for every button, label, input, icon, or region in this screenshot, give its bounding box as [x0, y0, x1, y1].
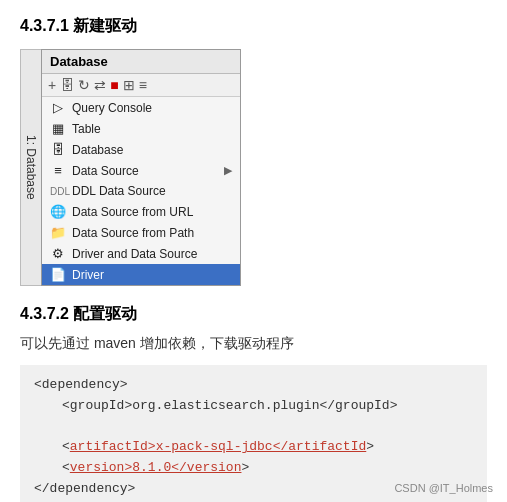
menu-item-label: Query Console	[72, 101, 152, 115]
menu-container: 1: Database Database 🗄 ▷ Query Console ▦…	[20, 49, 487, 286]
path-icon: 📁	[50, 225, 66, 240]
menu-item-data-source[interactable]: ≡ Data Source ▶	[42, 160, 240, 181]
menu-header: Database	[42, 50, 240, 74]
url-icon: 🌐	[50, 204, 66, 219]
stop-icon[interactable]	[110, 77, 118, 93]
menu-item-driver[interactable]: 📄 Driver	[42, 264, 240, 285]
code-line-1: <dependency>	[34, 375, 473, 396]
list-icon[interactable]	[139, 77, 147, 93]
code-line-2: <groupId>org.elasticsearch.plugin</group…	[34, 396, 473, 417]
code-line-3	[34, 417, 473, 438]
menu-item-table[interactable]: ▦ Table	[42, 118, 240, 139]
code-line-5: <version>8.1.0</version>	[34, 458, 473, 479]
description-text: 可以先通过 maven 增加依赖，下载驱动程序	[20, 335, 487, 353]
table-icon: ▦	[50, 121, 66, 136]
menu-item-data-source-path[interactable]: 📁 Data Source from Path	[42, 222, 240, 243]
submenu-arrow: ▶	[224, 164, 232, 177]
data-source-icon: ≡	[50, 163, 66, 178]
menu-panel: Database 🗄 ▷ Query Console ▦ Table 🗄 Dat…	[41, 49, 241, 286]
section2-title: 4.3.7.2 配置驱动	[20, 304, 487, 325]
driver-data-source-icon: ⚙	[50, 246, 66, 261]
menu-item-label: Driver	[72, 268, 104, 282]
driver-icon: 📄	[50, 267, 66, 282]
grid-icon[interactable]	[123, 77, 135, 93]
sync-icon[interactable]	[94, 77, 106, 93]
refresh-icon[interactable]	[78, 77, 90, 93]
menu-item-label: Table	[72, 122, 101, 136]
menu-item-label: Driver and Data Source	[72, 247, 197, 261]
menu-item-label: Data Source	[72, 164, 139, 178]
menu-item-label: DDL Data Source	[72, 184, 166, 198]
section1-title: 4.3.7.1 新建驱动	[20, 16, 487, 37]
menu-item-label: Data Source from URL	[72, 205, 193, 219]
menu-toolbar: 🗄	[42, 74, 240, 97]
menu-item-query-console[interactable]: ▷ Query Console	[42, 97, 240, 118]
query-console-icon: ▷	[50, 100, 66, 115]
sidebar-tab[interactable]: 1: Database	[20, 49, 41, 286]
watermark: CSDN @IT_Holmes	[394, 482, 493, 494]
ddl-icon: DDL	[50, 186, 66, 197]
database-small-icon[interactable]: 🗄	[60, 77, 74, 93]
menu-item-data-source-url[interactable]: 🌐 Data Source from URL	[42, 201, 240, 222]
menu-item-label: Database	[72, 143, 123, 157]
menu-item-database[interactable]: 🗄 Database	[42, 139, 240, 160]
menu-item-driver-data-source[interactable]: ⚙ Driver and Data Source	[42, 243, 240, 264]
menu-item-label: Data Source from Path	[72, 226, 194, 240]
database-icon: 🗄	[50, 142, 66, 157]
code-line-4: <artifactId>x-pack-sql-jdbc</artifactId>	[34, 437, 473, 458]
menu-item-ddl-data-source[interactable]: DDL DDL Data Source	[42, 181, 240, 201]
add-icon[interactable]	[48, 77, 56, 93]
